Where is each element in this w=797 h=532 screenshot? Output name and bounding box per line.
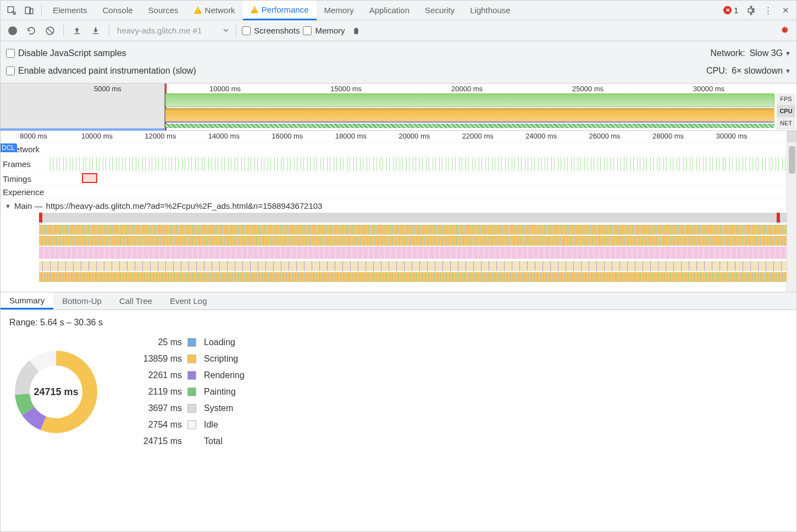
clear-button[interactable]	[42, 23, 58, 38]
save-profile-icon[interactable]	[88, 23, 103, 38]
overview-tick: 25000 ms	[572, 85, 604, 93]
flame-chart[interactable]	[39, 213, 787, 290]
flame-ruler[interactable]: 8000 ms10000 ms12000 ms14000 ms16000 ms1…	[1, 131, 796, 143]
tab-console[interactable]: Console	[95, 1, 141, 20]
track-frames[interactable]: Frames	[1, 156, 796, 173]
memory-input[interactable]	[303, 26, 312, 35]
flame-row[interactable]	[39, 247, 787, 259]
track-timings[interactable]: DCL Timings	[1, 173, 796, 186]
disable-js-checkbox[interactable]: Disable JavaScript samples	[6, 48, 126, 58]
screenshots-checkbox[interactable]: Screenshots	[242, 26, 300, 35]
track-main-header[interactable]: ▼ Main — https://heavy-ads.glitch.me/?ad…	[1, 199, 796, 213]
legend-label: Loading	[204, 337, 245, 347]
tracks-scrollbar[interactable]	[787, 143, 796, 292]
load-profile-icon[interactable]	[69, 23, 85, 38]
main-url: https://heavy-ads.glitch.me/?ad=%2Fcpu%2…	[46, 201, 323, 210]
ruler-tick: 10000 ms	[81, 132, 113, 140]
capture-settings-icon[interactable]	[777, 23, 792, 38]
divider	[41, 4, 42, 16]
network-throttle-select[interactable]: Slow 3G ▼	[750, 48, 791, 58]
cpu-throttle-select[interactable]: 6× slowdown ▼	[732, 66, 791, 76]
warning-icon	[194, 7, 202, 14]
tab-network[interactable]: Network	[186, 1, 243, 20]
overview-tick: 15000 ms	[330, 85, 362, 93]
range-label: Range: 5.64 s – 30.36 s	[9, 318, 788, 328]
ruler-tick: 26000 ms	[589, 132, 621, 140]
svg-rect-5	[93, 33, 99, 34]
flame-row[interactable]	[39, 213, 787, 223]
record-button[interactable]	[5, 23, 20, 38]
ruler-scroll-corner	[787, 131, 796, 142]
legend-label: System	[204, 403, 245, 413]
error-count[interactable]: ✕ 1	[723, 6, 738, 15]
settings-gear-icon[interactable]	[741, 2, 759, 19]
frames-strip	[50, 157, 796, 171]
ruler-tick: 8000 ms	[20, 132, 47, 140]
ruler-tick: 16000 ms	[272, 132, 303, 140]
legend-label: Rendering	[204, 370, 245, 380]
details-tab-call-tree[interactable]: Call Tree	[110, 292, 161, 309]
overview-tick: 5000 ms	[94, 85, 121, 93]
chevron-down-icon: ▼	[785, 50, 791, 57]
ruler-tick: 18000 ms	[335, 132, 367, 140]
flame-tracks[interactable]: ▶Network Frames DCL Timings Experience ▼…	[1, 143, 796, 292]
overview-cpu-band	[165, 108, 774, 123]
legend-ms: 2261 ms	[127, 370, 182, 380]
legend-swatch	[187, 371, 196, 380]
cpu-throttle-label: CPU:	[706, 66, 727, 76]
session-select[interactable]: heavy-ads.glitch.me #1	[115, 25, 230, 36]
tab-elements[interactable]: Elements	[45, 1, 95, 20]
ruler-tick: 28000 ms	[652, 132, 684, 140]
perf-toolbar: heavy-ads.glitch.me #1 Screenshots Memor…	[1, 20, 796, 41]
chevron-down-icon: ▼	[785, 68, 791, 74]
flame-row[interactable]	[39, 261, 787, 271]
flame-row[interactable]	[39, 272, 787, 282]
inspect-icon[interactable]	[3, 2, 20, 19]
details-tab-event-log[interactable]: Event Log	[161, 292, 216, 309]
screenshots-input[interactable]	[242, 26, 251, 35]
track-experience[interactable]: Experience	[1, 186, 796, 199]
ruler-tick: 12000 ms	[145, 132, 176, 140]
summary-legend: 25 msLoading13859 msScripting2261 msRend…	[127, 337, 245, 446]
reload-record-button[interactable]	[24, 23, 39, 38]
tab-application[interactable]: Application	[362, 1, 417, 20]
flame-row[interactable]	[39, 225, 787, 235]
garbage-collect-icon[interactable]	[348, 23, 364, 38]
tab-sources[interactable]: Sources	[141, 1, 186, 20]
legend-label: Scripting	[204, 354, 245, 364]
details-tab-summary[interactable]: Summary	[1, 292, 53, 309]
ruler-tick: 14000 ms	[208, 132, 240, 140]
close-devtools-icon[interactable]: ✕	[777, 2, 794, 19]
more-menu-icon[interactable]: ⋮	[759, 2, 777, 19]
legend-swatch	[187, 354, 196, 363]
overview-lane-labels: FPS CPU NET	[777, 93, 795, 129]
enable-paint-checkbox[interactable]: Enable advanced paint instrumentation (s…	[6, 66, 196, 76]
overview-selection[interactable]	[1, 84, 165, 130]
scrollbar-thumb[interactable]	[789, 146, 795, 174]
overview-timeline[interactable]: 5000 ms 10000 ms 15000 ms 20000 ms 25000…	[1, 84, 796, 131]
network-throttle-label: Network:	[711, 48, 745, 58]
tab-security[interactable]: Security	[417, 1, 462, 20]
error-count-value: 1	[734, 6, 738, 15]
overview-net-band	[165, 124, 774, 128]
timing-marker	[82, 173, 97, 183]
capture-settings-panel: Disable JavaScript samples Network: Slow…	[1, 41, 796, 84]
ruler-tick: 20000 ms	[398, 132, 430, 140]
details-tab-bottom-up[interactable]: Bottom-Up	[53, 292, 110, 309]
details-tabbar: SummaryBottom-UpCall TreeEvent Log	[1, 292, 796, 310]
tab-performance[interactable]: Performance	[243, 1, 317, 20]
devtools-tabbar: ElementsConsoleSourcesNetworkPerformance…	[1, 1, 796, 20]
tab-memory[interactable]: Memory	[317, 1, 362, 20]
legend-total-label: Total	[204, 436, 245, 446]
legend-ms: 13859 ms	[127, 354, 182, 364]
legend-swatch	[187, 338, 196, 347]
track-network[interactable]: ▶Network	[1, 143, 796, 156]
device-toggle-icon[interactable]	[20, 2, 38, 19]
tab-lighthouse[interactable]: Lighthouse	[462, 1, 518, 20]
memory-checkbox[interactable]: Memory	[303, 26, 345, 35]
summary-donut: 24715 ms	[9, 345, 103, 439]
legend-ms: 25 ms	[127, 337, 182, 347]
caret-down-icon[interactable]: ▼	[5, 203, 11, 209]
flame-row[interactable]	[39, 236, 787, 246]
legend-label: Idle	[204, 420, 245, 430]
